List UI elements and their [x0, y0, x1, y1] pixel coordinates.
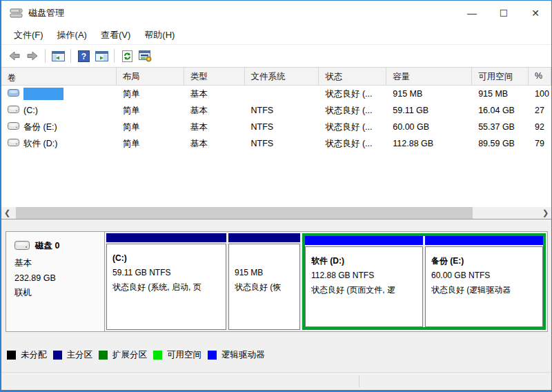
cell-free-space: 55.37 GB — [472, 122, 529, 132]
cell-layout: 简单 — [117, 138, 184, 150]
volume-name: (C:) — [23, 106, 38, 115]
column-header-capacity[interactable]: 容量 — [386, 68, 472, 85]
cell-filesystem: NTFS — [245, 122, 319, 132]
disk-name: 磁盘 0 — [35, 240, 59, 252]
disk-management-window: 磁盘管理 — ☐ ✕ 文件(F) 操作(A) 查看(V) 帮助(H) — [0, 0, 552, 392]
legend-item-logical-drive: 逻辑驱动器 — [208, 349, 265, 361]
cell-type: 基本 — [184, 121, 245, 133]
cell-type: 基本 — [184, 138, 245, 150]
column-header-layout[interactable]: 布局 — [117, 68, 184, 85]
partition-size: 60.00 GB NTFS — [431, 268, 542, 283]
legend-swatch — [208, 351, 217, 360]
menu-file[interactable]: 文件(F) — [7, 26, 50, 44]
horizontal-scrollbar[interactable]: ❮ ❯ — [1, 207, 551, 219]
svg-text:?: ? — [81, 52, 86, 61]
volume-icon — [8, 139, 19, 148]
scroll-left-icon[interactable]: ❮ — [1, 207, 13, 219]
column-header-percent[interactable]: % — [529, 68, 551, 85]
close-button[interactable]: ✕ — [520, 1, 551, 26]
legend-swatch — [53, 351, 62, 360]
menu-help[interactable]: 帮助(H) — [137, 26, 181, 44]
cell-capacity: 112.88 GB — [386, 139, 472, 148]
volume-icon — [8, 89, 19, 99]
toolbar-separator — [114, 49, 115, 63]
menu-bar: 文件(F) 操作(A) 查看(V) 帮助(H) — [1, 26, 551, 45]
partition-d[interactable]: 软件 (D:) 112.88 GB NTFS 状态良好 (页面文件, 逻 — [305, 236, 423, 327]
column-header-filesystem[interactable]: 文件系统 — [245, 68, 319, 85]
volume-name: 软件 (D:) — [23, 138, 57, 150]
help-icon[interactable]: ? — [75, 48, 92, 64]
cell-capacity: 59.11 GB — [386, 106, 472, 115]
table-header: 卷 布局 类型 文件系统 状态 容量 可用空间 % — [1, 68, 551, 86]
window-title: 磁盘管理 — [28, 7, 64, 19]
cell-free-space: 16.04 GB — [472, 106, 529, 115]
column-header-type[interactable]: 类型 — [184, 68, 245, 85]
forward-icon[interactable] — [23, 48, 41, 64]
legend-item-unallocated: 未分配 — [7, 349, 47, 361]
extended-partition-frame: 软件 (D:) 112.88 GB NTFS 状态良好 (页面文件, 逻 备份 … — [302, 233, 546, 330]
cell-free-space: 915 MB — [472, 89, 529, 99]
menu-view[interactable]: 查看(V) — [94, 26, 137, 44]
table-row-volume-c[interactable]: (C:) 简单 基本 NTFS 状态良好 (... 59.11 GB 16.04… — [1, 102, 551, 119]
cell-free-space: 89.59 GB — [472, 139, 529, 148]
table-row-volume-d[interactable]: 软件 (D:) 简单 基本 NTFS 状态良好 (... 112.88 GB 8… — [1, 135, 551, 152]
scrollbar-thumb[interactable] — [16, 207, 473, 219]
refresh-icon[interactable] — [118, 48, 136, 64]
cell-percent: 27 — [529, 106, 551, 115]
disk-0-graph: 磁盘 0 基本 232.89 GB 联机 (C:) 59.11 GB NTFS … — [6, 231, 548, 332]
toolbar-separator — [45, 49, 46, 63]
column-header-free-space[interactable]: 可用空间 — [472, 68, 529, 85]
action-pane-icon[interactable] — [92, 48, 110, 64]
console-tree-icon[interactable] — [49, 48, 67, 64]
cell-filesystem: NTFS — [245, 106, 319, 115]
partition-recovery[interactable]: 915 MB 状态良好 (恢 — [228, 233, 300, 330]
column-header-volume[interactable]: 卷 — [1, 68, 117, 85]
partition-c[interactable]: (C:) 59.11 GB NTFS 状态良好 (系统, 启动, 页 — [106, 233, 226, 330]
cell-status: 状态良好 (... — [319, 138, 386, 150]
partition-strip: (C:) 59.11 GB NTFS 状态良好 (系统, 启动, 页 915 M… — [105, 232, 547, 331]
cell-filesystem: NTFS — [245, 139, 319, 148]
partition-status: 状态良好 (恢 — [235, 280, 299, 295]
partition-status: 状态良好 (逻辑驱动器 — [431, 283, 542, 297]
disk-type: 基本 — [14, 257, 104, 269]
scroll-right-icon[interactable]: ❯ — [540, 207, 551, 219]
legend-item-extended-partition: 扩展分区 — [99, 349, 147, 361]
volume-name: 备份 (E:) — [23, 121, 57, 133]
volume-icon — [8, 106, 19, 115]
menu-action[interactable]: 操作(A) — [50, 26, 94, 44]
legend-swatch — [7, 351, 16, 360]
primary-partition-bar — [228, 233, 300, 242]
partition-size: 59.11 GB NTFS — [112, 266, 226, 280]
cell-status: 状态良好 (... — [319, 88, 386, 100]
status-bar — [1, 372, 551, 390]
cell-percent: 92 — [529, 122, 551, 132]
volume-list: 卷 布局 类型 文件系统 状态 容量 可用空间 % 简单 基本 状态良好 (..… — [1, 68, 551, 219]
table-row-volume-e[interactable]: 备份 (E:) 简单 基本 NTFS 状态良好 (... 60.00 GB 55… — [1, 119, 551, 135]
cell-layout: 简单 — [117, 88, 184, 100]
cell-layout: 简单 — [117, 105, 184, 117]
cell-type: 基本 — [184, 105, 245, 117]
disk-icon — [14, 241, 30, 252]
partition-name: 备份 (E:) — [431, 254, 542, 268]
scrollbar-track[interactable] — [13, 207, 540, 219]
volume-name — [23, 88, 63, 100]
maximize-button[interactable]: ☐ — [488, 1, 520, 26]
partition-name: 软件 (D:) — [311, 254, 422, 268]
partition-size: 112.88 GB NTFS — [311, 268, 422, 283]
minimize-button[interactable]: — — [456, 1, 488, 26]
column-header-status[interactable]: 状态 — [319, 68, 386, 85]
partition-size: 915 MB — [235, 266, 299, 280]
partition-e[interactable]: 备份 (E:) 60.00 GB NTFS 状态良好 (逻辑驱动器 — [425, 236, 543, 327]
volume-icon — [8, 122, 19, 132]
table-row-selected-volume[interactable]: 简单 基本 状态良好 (... 915 MB 915 MB 100 — [1, 86, 551, 102]
logical-drive-bar — [425, 236, 543, 245]
disk-0-info[interactable]: 磁盘 0 基本 232.89 GB 联机 — [6, 232, 105, 331]
back-icon[interactable] — [6, 48, 23, 64]
cell-capacity: 915 MB — [386, 89, 472, 99]
disk-management-app-icon — [10, 8, 23, 19]
partition-status: 状态良好 (系统, 启动, 页 — [112, 280, 226, 295]
legend-item-free-space: 可用空间 — [153, 349, 201, 361]
disk-settings-icon[interactable] — [136, 48, 154, 64]
legend-item-primary-partition: 主分区 — [53, 349, 93, 361]
title-bar: 磁盘管理 — ☐ ✕ — [1, 1, 551, 26]
